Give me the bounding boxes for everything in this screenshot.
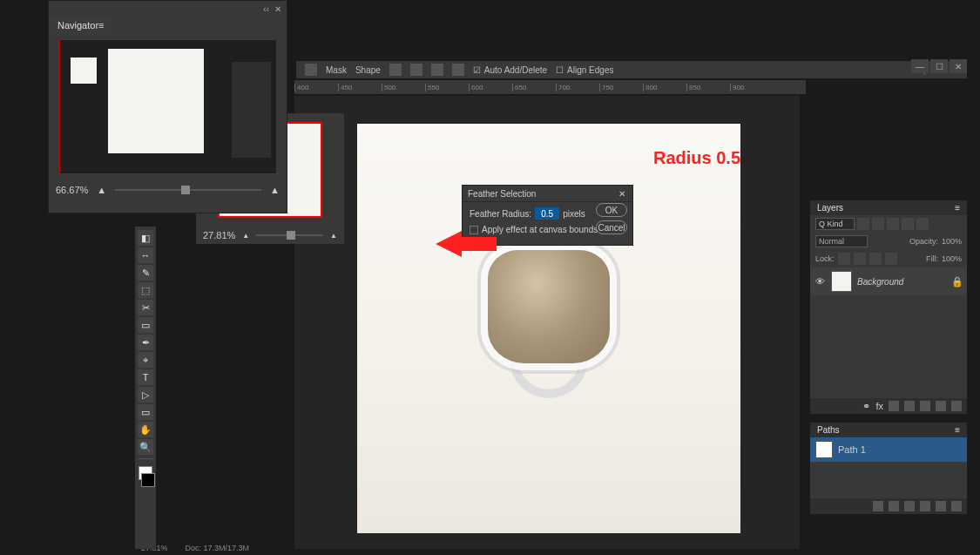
tool-eyedropper[interactable]: ⌖ [138,352,153,368]
fx-icon[interactable]: fx [875,401,883,411]
tool-frame[interactable]: ▭ [138,317,153,333]
zoom-slider[interactable] [115,189,261,191]
status-bar: 27.81% Doc: 17.3M/17.3M [141,544,249,552]
blend-mode-dropdown[interactable]: Normal [815,235,868,247]
thumbnail-zoom: 27.81% [203,230,235,240]
lock-image-icon[interactable] [854,253,866,265]
tool-path[interactable]: ▷ [138,387,153,403]
filter-type-icon[interactable] [887,218,899,230]
stroke-path-icon[interactable] [889,501,899,511]
mask-icon[interactable] [889,401,899,411]
blend-opacity-row: Normal Opacity: 100% [810,233,967,250]
filter-shape-icon[interactable] [902,218,914,230]
status-doc-size[interactable]: Doc: 17.3M/17.3M [186,544,250,552]
lock-transparent-icon[interactable] [838,253,850,265]
paths-tab[interactable]: Paths [817,425,840,435]
tool-pen[interactable]: ✒ [138,335,153,350]
trash-icon[interactable] [951,501,962,511]
cancel-button[interactable]: Cancel [596,220,627,234]
feather-radius-input[interactable] [535,207,559,220]
fill-path-icon[interactable] [873,501,883,511]
layer-thumbnail[interactable] [831,271,852,292]
options-bar: Mask Shape ☑ Auto Add/Delete ☐ Align Edg… [296,61,967,78]
ruler-tick: 450 [338,84,382,91]
zoom-out-icon[interactable]: ▲ [97,185,106,195]
background-color-swatch[interactable] [141,473,155,487]
group-icon[interactable] [920,401,930,411]
layer-name[interactable]: Background [857,277,946,287]
lock-label: Lock: [815,254,835,263]
tool-hand[interactable]: ✋ [138,422,153,437]
align-icon[interactable] [410,64,422,76]
dialog-close-button[interactable]: ✕ [617,188,627,199]
feather-radius-label: Feather Radius: [470,209,531,219]
fill-label: Fill: [926,254,938,263]
dialog-buttons: OK Cancel [596,203,627,234]
lock-icon[interactable]: 🔒 [951,276,962,287]
lock-all-icon[interactable] [885,253,897,265]
zoom-in-icon[interactable]: ▲ [330,232,337,240]
tool-type[interactable]: T [138,369,153,385]
ruler-tick: 650 [512,84,556,91]
lock-position-icon[interactable] [869,253,882,265]
tool-crop[interactable]: ✂ [138,300,153,315]
checkbox-off-icon: ☐ [556,65,564,75]
new-layer-icon[interactable] [936,401,946,411]
tool-preset-icon[interactable] [305,64,317,76]
visibility-icon[interactable]: 👁 [815,276,826,287]
nav-panel-preview [232,62,271,158]
link-icon[interactable]: ⚭ [862,401,870,412]
path-thumbnail[interactable] [815,441,833,458]
tool-marquee[interactable]: ⬚ [138,282,153,298]
path-ops-icon[interactable] [389,64,402,76]
layers-tab[interactable]: Layers [817,203,843,213]
path-name[interactable]: Path 1 [838,444,866,455]
close-button[interactable]: ✕ [950,59,967,73]
zoom-in-icon[interactable]: ▲ [270,185,280,195]
menu-icon[interactable]: ≡ [98,20,104,30]
nav-canvas-preview [108,49,204,153]
layer-row-background[interactable]: 👁 Background 🔒 [810,267,967,295]
annotation-text: Radius 0.5 [653,148,740,168]
tool-move[interactable]: ◧ [138,230,153,246]
ok-button[interactable]: OK [596,203,627,217]
apply-at-bounds-label: Apply effect at canvas bounds [482,225,598,234]
trash-icon[interactable] [951,401,962,411]
collapse-icon[interactable]: ‹‹ [263,4,269,14]
close-icon[interactable]: ✕ [274,4,281,14]
mask-option[interactable]: Mask [326,65,347,75]
align-edges-option[interactable]: ☐ Align Edges [556,65,613,75]
selection-from-path-icon[interactable] [904,501,915,511]
panel-menu-icon[interactable]: ≡ [955,203,960,213]
paths-header: Paths ≡ [810,423,967,437]
minimize-button[interactable]: — [911,59,929,73]
filter-adjust-icon[interactable] [872,218,884,230]
thumbnail-slider[interactable] [256,234,323,236]
zoom-out-icon[interactable]: ▲ [242,232,249,240]
filter-kind-dropdown[interactable]: Q Kind [815,218,855,230]
navigator-preview[interactable] [59,39,277,174]
filter-image-icon[interactable] [857,218,869,230]
horizontal-ruler: 400 450 500 550 600 650 700 750 800 850 … [294,80,806,94]
zoom-value: 66.67% [56,185,88,195]
panel-menu-icon[interactable]: ≡ [955,425,960,435]
filter-smart-icon[interactable] [916,218,929,230]
navigator-tab[interactable]: Navigator ≡ [49,17,113,34]
tool-lasso[interactable]: ✎ [138,265,153,281]
mask-from-path-icon[interactable] [920,501,930,511]
path-row[interactable]: Path 1 [810,437,967,462]
shape-option[interactable]: Shape [355,65,381,75]
new-path-icon[interactable] [936,501,946,511]
dialog-titlebar[interactable]: Feather Selection ✕ [463,186,632,202]
adjustment-icon[interactable] [904,401,915,411]
settings-icon[interactable] [452,64,464,76]
tool-zoom[interactable]: 🔍 [138,439,153,455]
arrange-icon[interactable] [431,64,443,76]
tool-artboard[interactable]: ↔ [138,247,153,263]
auto-add-delete-option[interactable]: ☑ Auto Add/Delete [473,65,547,75]
opacity-value[interactable]: 100% [942,237,962,246]
thumbnail-footer: 27.81% ▲ ▲ [196,227,344,244]
fill-value[interactable]: 100% [942,254,962,263]
tool-shape[interactable]: ▭ [138,404,153,420]
maximize-button[interactable]: ☐ [930,59,948,73]
